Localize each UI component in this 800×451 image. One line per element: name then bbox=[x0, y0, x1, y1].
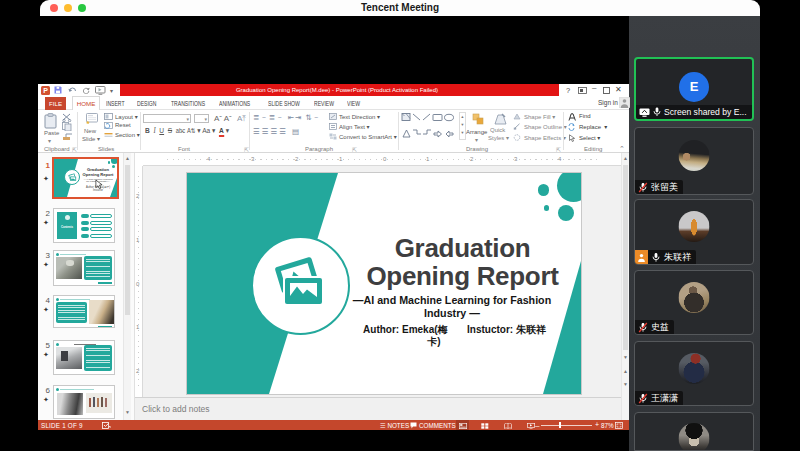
svg-text:P: P bbox=[43, 87, 48, 94]
